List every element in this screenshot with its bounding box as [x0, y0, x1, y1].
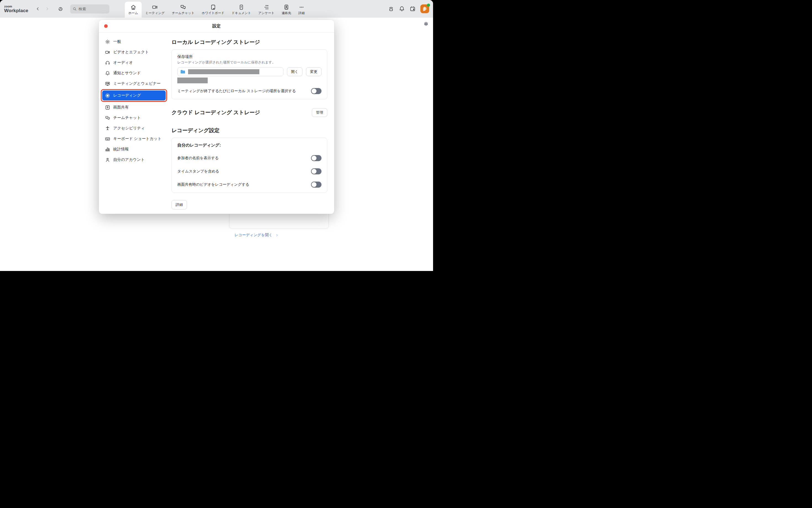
- sidebar-item-label: 通知とサウンド: [113, 71, 141, 76]
- gear-icon: [423, 21, 429, 27]
- cloud-recording-storage-heading: クラウド レコーディング ストレージ: [171, 109, 260, 116]
- storage-path-field[interactable]: [177, 67, 283, 76]
- sidebar-item-my-account[interactable]: 自分のアカウント: [102, 155, 166, 165]
- screen: zoom Workplace: [0, 0, 433, 271]
- document-icon: [238, 4, 244, 10]
- tab-contacts[interactable]: 連絡先: [278, 2, 295, 18]
- tab-home[interactable]: ホーム: [125, 2, 142, 18]
- tab-label: ミーティング: [145, 11, 165, 15]
- sidebar-item-label: アクセシビリティ: [113, 126, 145, 131]
- change-button[interactable]: 変更: [306, 67, 321, 76]
- redacted-path-value: [188, 69, 259, 74]
- logo-line-zoom: zoom: [4, 5, 28, 8]
- calendar-button[interactable]: [410, 6, 416, 12]
- tab-surveys[interactable]: アンケート: [255, 2, 278, 18]
- recording-settings-heading: レコーディング設定: [171, 127, 327, 134]
- sidebar-item-statistics[interactable]: 統計情報: [102, 144, 166, 155]
- tab-more[interactable]: 詳細: [295, 2, 308, 18]
- zoom-workplace-window: zoom Workplace: [0, 0, 433, 271]
- chevron-left-icon: [36, 7, 40, 11]
- sidebar-item-team-chat[interactable]: チームチャット: [102, 113, 166, 123]
- history-button[interactable]: [57, 5, 64, 12]
- toggle-knob: [312, 169, 316, 174]
- sidebar-item-label: ビデオとエフェクト: [113, 50, 149, 55]
- stats-bars-icon: [105, 147, 110, 152]
- annotation-highlight-box: レコーディング: [101, 89, 167, 102]
- toggle-knob: [312, 156, 316, 161]
- zoom-workplace-logo: zoom Workplace: [4, 5, 28, 13]
- sidebar-item-label: 画面共有: [113, 105, 129, 110]
- sidebar-item-label: 統計情報: [113, 147, 129, 152]
- sidebar-item-label: 一般: [113, 39, 121, 44]
- sidebar-item-general[interactable]: 一般: [102, 36, 166, 47]
- sidebar-item-label: ミーティングとウェビナー: [113, 81, 160, 86]
- toggle-knob: [312, 182, 316, 187]
- sidebar-item-screen-share[interactable]: 画面共有: [102, 102, 166, 113]
- user-avatar[interactable]: 参: [420, 4, 429, 13]
- sidebar-item-keyboard-shortcuts[interactable]: キーボード ショートカット: [102, 134, 166, 144]
- manage-button[interactable]: 管理: [312, 108, 327, 117]
- whiteboard-icon: [210, 4, 216, 10]
- choose-location-toggle-label: ミーティングが終了するたびにローカル ストレージの場所を選択する: [177, 89, 296, 93]
- close-button[interactable]: [104, 24, 108, 28]
- my-recordings-label: 自分のレコーディング:: [177, 143, 321, 148]
- calendar-icon: [410, 6, 416, 12]
- tab-meetings[interactable]: ミーティング: [142, 2, 168, 18]
- tab-label: 詳細: [298, 11, 305, 15]
- choose-location-toggle[interactable]: [311, 88, 321, 94]
- tab-whiteboard[interactable]: ホワイトボード: [198, 2, 228, 18]
- settings-modal-title: 設定: [212, 24, 221, 29]
- include-timestamp-toggle[interactable]: [311, 168, 321, 174]
- sidebar-item-label: オーディオ: [113, 60, 133, 65]
- sidebar-item-meetings-webinars[interactable]: ミーティングとウェビナー: [102, 78, 166, 89]
- main-tabs: ホーム ミーティング チームチャット ホワイトボード: [125, 0, 308, 18]
- home-page: レコーディングを開く 設定 一般: [0, 18, 433, 271]
- sidebar-item-notifications-sounds[interactable]: 通知とサウンド: [102, 68, 166, 78]
- open-button[interactable]: 開く: [287, 67, 302, 76]
- details-button[interactable]: 詳細: [171, 200, 187, 209]
- headphones-icon: [105, 60, 110, 66]
- chevron-right-icon: [45, 7, 49, 11]
- tab-team-chat[interactable]: チームチャット: [168, 2, 198, 18]
- home-icon: [130, 4, 136, 10]
- nav-forward-button[interactable]: [44, 5, 51, 12]
- chat-bubbles-icon: [105, 115, 110, 121]
- tab-label: ホーム: [128, 11, 138, 15]
- nav-back-button[interactable]: [34, 5, 41, 12]
- chevron-right-icon: [275, 234, 278, 237]
- settings-content: ローカル レコーディング ストレージ 保存場所 レコーディングが選択された場所で…: [168, 33, 334, 214]
- sidebar-item-recording[interactable]: レコーディング: [102, 90, 166, 100]
- search-input[interactable]: [70, 4, 109, 13]
- more-dots-icon: [299, 4, 305, 10]
- show-participant-names-toggle[interactable]: [311, 155, 321, 161]
- sidebar-item-audio[interactable]: オーディオ: [102, 57, 166, 68]
- tab-label: チームチャット: [172, 11, 194, 15]
- presence-status-dot: [427, 4, 430, 7]
- save-location-label: 保存場所: [177, 54, 321, 59]
- sidebar-item-label: チームチャット: [113, 115, 141, 120]
- search-box: [70, 4, 109, 13]
- folder-icon: [180, 69, 186, 75]
- record-video-during-share-toggle[interactable]: [311, 181, 321, 187]
- local-recording-storage-heading: ローカル レコーディング ストレージ: [171, 39, 327, 46]
- tab-label: ドキュメント: [231, 11, 251, 15]
- page-settings-gear-button[interactable]: [423, 21, 429, 27]
- open-recordings-link[interactable]: レコーディングを開く: [234, 232, 278, 238]
- meeting-screen-icon: [105, 81, 110, 86]
- tab-label: アンケート: [258, 11, 274, 15]
- redacted-storage-info: [177, 78, 208, 83]
- sidebar-item-video-effects[interactable]: ビデオとエフェクト: [102, 47, 166, 57]
- sidebar-item-accessibility[interactable]: アクセシビリティ: [102, 123, 166, 134]
- bell-icon: [105, 71, 110, 76]
- sidebar-item-label: 自分のアカウント: [113, 157, 145, 162]
- contacts-icon: [283, 4, 289, 10]
- video-camera-icon: [105, 50, 110, 55]
- connected-devices-button[interactable]: [388, 6, 394, 12]
- video-camera-icon: [152, 4, 158, 10]
- screen-share-icon: [105, 105, 110, 110]
- sidebar-item-label: レコーディング: [113, 93, 141, 98]
- gear-icon: [105, 39, 110, 44]
- tab-docs[interactable]: ドキュメント: [228, 2, 255, 18]
- open-recordings-label: レコーディングを開く: [234, 232, 273, 238]
- notifications-button[interactable]: [399, 6, 405, 12]
